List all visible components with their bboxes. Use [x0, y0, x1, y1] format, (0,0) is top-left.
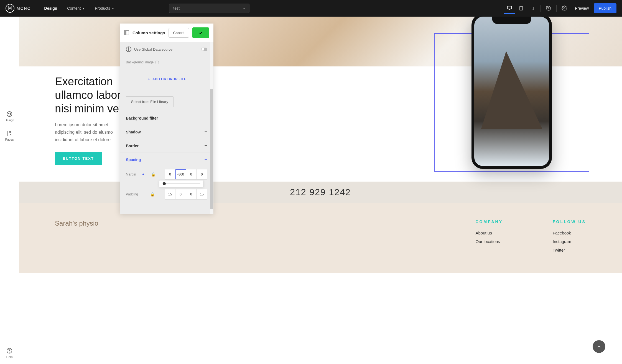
logo[interactable]: M MONO	[6, 4, 31, 13]
device-mobile-button[interactable]	[527, 3, 538, 14]
svg-rect-4	[532, 7, 534, 10]
search-select[interactable]: test ▼	[169, 4, 249, 13]
history-button[interactable]	[543, 3, 554, 14]
device-tablet-button[interactable]	[516, 3, 527, 14]
search-value: test	[173, 6, 180, 11]
top-bar: M MONO Design Content▼ Products▼ test ▼ …	[0, 0, 622, 17]
chevron-down-icon: ▼	[111, 7, 114, 10]
nav-products[interactable]: Products▼	[90, 6, 119, 11]
device-desktop-button[interactable]	[504, 3, 515, 14]
preview-link[interactable]: Preview	[575, 6, 589, 11]
chevron-down-icon: ▼	[82, 7, 85, 10]
svg-point-5	[564, 8, 565, 9]
publish-button[interactable]: Publish	[594, 3, 616, 13]
nav-content[interactable]: Content▼	[62, 6, 90, 11]
logo-icon: M	[6, 4, 14, 13]
settings-button[interactable]	[559, 3, 570, 14]
divider	[541, 5, 541, 12]
nav-design[interactable]: Design	[39, 6, 62, 11]
divider	[556, 5, 557, 12]
svg-rect-3	[520, 6, 523, 10]
logo-text: MONO	[17, 6, 31, 11]
chevron-down-icon: ▼	[243, 7, 245, 10]
svg-rect-0	[508, 6, 512, 9]
